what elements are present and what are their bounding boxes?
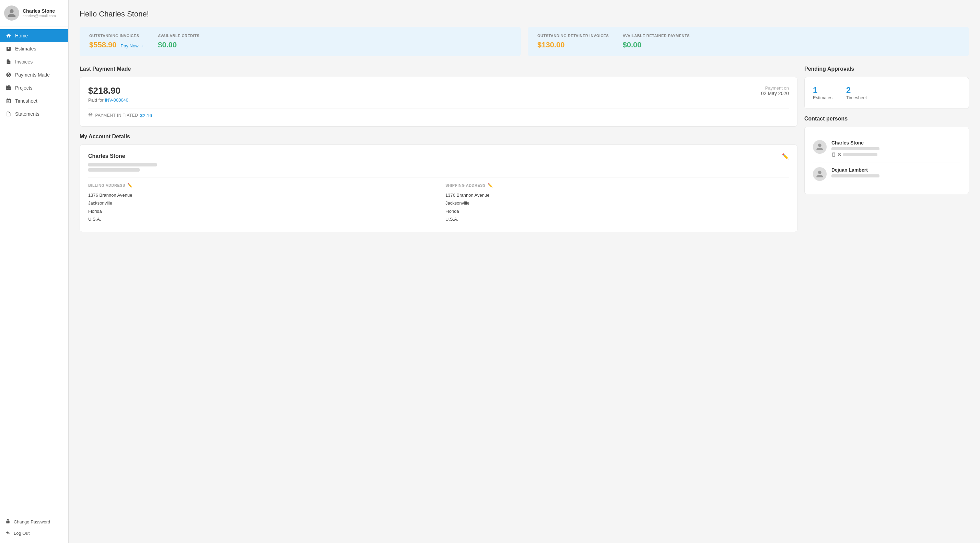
estimates-count: 1 [813, 86, 832, 95]
shipping-address-label: SHIPPING ADDRESS ✏️ [445, 183, 789, 188]
timesheet-count: 2 [846, 86, 867, 95]
contact-email-blur-charles [831, 147, 880, 150]
sidebar-item-timesheet[interactable]: Timesheet [0, 94, 68, 107]
avatar [4, 5, 19, 21]
logout-icon [5, 530, 10, 536]
home-icon [5, 33, 12, 39]
edit-shipping-icon[interactable]: ✏️ [488, 183, 493, 188]
account-name: Charles Stone [88, 153, 125, 159]
contact-persons-card: Charles Stone S Dejua [804, 127, 969, 194]
page-greeting: Hello Charles Stone! [80, 10, 969, 19]
billing-label-text: BILLING ADDRESS [88, 183, 125, 188]
nav-label-estimates: Estimates [15, 46, 36, 51]
last-payment-card: $218.90 Paid for INV-000040, Payment on … [80, 77, 797, 127]
change-password-button[interactable]: Change Password [0, 516, 68, 527]
pending-approvals-title: Pending Approvals [804, 66, 969, 72]
summary-row: OUTSTANDING INVOICES $558.90 Pay Now → A… [80, 27, 969, 56]
payment-date: 02 May 2020 [761, 91, 789, 96]
main-content: Hello Charles Stone! OUTSTANDING INVOICE… [68, 0, 980, 543]
contact-phone-prefix: S [838, 152, 841, 157]
sidebar-user-profile: Charles Stone charles@email.com [0, 0, 68, 26]
sidebar-footer: Change Password Log Out [0, 512, 68, 543]
user-info: Charles Stone charles@email.com [23, 8, 56, 18]
pending-approvals-card: 1 Estimates 2 Timesheet [804, 77, 969, 109]
payment-amount: $218.90 [88, 86, 130, 96]
shipping-line3: Florida [445, 207, 789, 215]
payment-meta: $218.90 Paid for INV-000040, Payment on … [88, 86, 789, 103]
logout-button[interactable]: Log Out [0, 527, 68, 539]
lock-icon [5, 519, 10, 525]
address-section: BILLING ADDRESS ✏️ 1376 Brannon Avenue J… [88, 177, 789, 223]
contact-item-dejuan: Dejuan Lambert [813, 162, 961, 186]
approvals-row: 1 Estimates 2 Timesheet [813, 86, 961, 100]
shipping-label-text: SHIPPING ADDRESS [445, 183, 485, 188]
available-credits-item: AVAILABLE CREDITS $0.00 [158, 33, 199, 49]
edit-account-icon[interactable]: ✏️ [782, 153, 789, 159]
shipping-line4: U.S.A. [445, 215, 789, 223]
billing-line4: U.S.A. [88, 215, 432, 223]
main-two-col: Last Payment Made $218.90 Paid for INV-0… [80, 66, 969, 239]
invoices-icon [5, 59, 12, 65]
sidebar-item-estimates[interactable]: Estimates [0, 42, 68, 55]
account-card-header: Charles Stone ✏️ [88, 153, 789, 159]
outstanding-retainer-value: $130.00 [537, 40, 565, 49]
shipping-address-col: SHIPPING ADDRESS ✏️ 1376 Brannon Avenue … [445, 183, 789, 223]
contact-info-dejuan: Dejuan Lambert [831, 167, 961, 179]
projects-icon [5, 85, 12, 91]
estimates-icon [5, 46, 12, 52]
outstanding-retainer-item: OUTSTANDING RETAINER INVOICES $130.00 [537, 33, 609, 49]
invoice-link[interactable]: INV-000040 [105, 97, 128, 103]
bank-icon: 🏛 [88, 113, 93, 118]
nav-label-projects: Projects [15, 85, 33, 91]
change-password-label: Change Password [14, 519, 50, 524]
contact-item-charles: Charles Stone S [813, 135, 961, 162]
nav-label-statements: Statements [15, 111, 40, 117]
sidebar-item-home[interactable]: Home [0, 29, 68, 42]
contact-persons-title: Contact persons [804, 116, 969, 122]
shipping-line1: 1376 Brannon Avenue [445, 191, 789, 199]
sidebar: Charles Stone charles@email.com Home Est… [0, 0, 68, 543]
outstanding-invoices-label: OUTSTANDING INVOICES [89, 33, 144, 38]
payment-initiated: 🏛 PAYMENT INITIATED $2.16 [88, 108, 789, 118]
available-credits-label: AVAILABLE CREDITS [158, 33, 199, 38]
nav-label-payments: Payments Made [15, 72, 50, 78]
nav-label-home: Home [15, 33, 28, 38]
available-retainer-value: $0.00 [622, 40, 641, 49]
available-credits-value: $0.00 [158, 40, 177, 49]
contact-name-dejuan: Dejuan Lambert [831, 167, 961, 173]
paid-for-prefix: Paid for [88, 97, 105, 103]
sidebar-item-payments[interactable]: Payments Made [0, 68, 68, 81]
contact-email-blur-dejuan [831, 174, 880, 177]
sidebar-username: Charles Stone [23, 8, 56, 14]
contact-info-charles: Charles Stone S [831, 140, 961, 157]
payment-date-block: Payment on 02 May 2020 [761, 86, 789, 96]
retainer-summary-card: OUTSTANDING RETAINER INVOICES $130.00 AV… [528, 27, 969, 56]
logout-label: Log Out [14, 531, 30, 536]
outstanding-invoices-item: OUTSTANDING INVOICES $558.90 Pay Now → [89, 33, 144, 49]
right-column: Pending Approvals 1 Estimates 2 Timeshee… [804, 66, 969, 239]
available-retainer-item: AVAILABLE RETAINER PAYMENTS $0.00 [622, 33, 690, 49]
billing-address-col: BILLING ADDRESS ✏️ 1376 Brannon Avenue J… [88, 183, 432, 223]
sidebar-item-projects[interactable]: Projects [0, 81, 68, 94]
timesheet-icon [5, 98, 12, 104]
sidebar-item-statements[interactable]: Statements [0, 107, 68, 121]
contact-phone-charles: S [831, 152, 961, 157]
account-details-card: Charles Stone ✏️ BILLING ADDRESS ✏️ 1376… [80, 145, 797, 232]
blurred-line-1 [88, 163, 157, 166]
statements-icon [5, 111, 12, 117]
paid-for: Paid for INV-000040, [88, 97, 130, 103]
billing-line3: Florida [88, 207, 432, 215]
pay-now-button[interactable]: Pay Now → [121, 43, 145, 48]
payment-on-label: Payment on [761, 86, 789, 91]
contact-avatar-charles [813, 140, 827, 154]
initiated-amount[interactable]: $2.16 [140, 113, 152, 118]
billing-line1: 1376 Brannon Avenue [88, 191, 432, 199]
sidebar-item-invoices[interactable]: Invoices [0, 55, 68, 68]
contact-phone-blur [843, 153, 877, 156]
payment-left: $218.90 Paid for INV-000040, [88, 86, 130, 103]
shipping-line2: Jacksonville [445, 199, 789, 207]
left-column: Last Payment Made $218.90 Paid for INV-0… [80, 66, 797, 239]
sidebar-nav: Home Estimates Invoices Payments Made Pr… [0, 26, 68, 512]
edit-billing-icon[interactable]: ✏️ [127, 183, 133, 188]
billing-line2: Jacksonville [88, 199, 432, 207]
